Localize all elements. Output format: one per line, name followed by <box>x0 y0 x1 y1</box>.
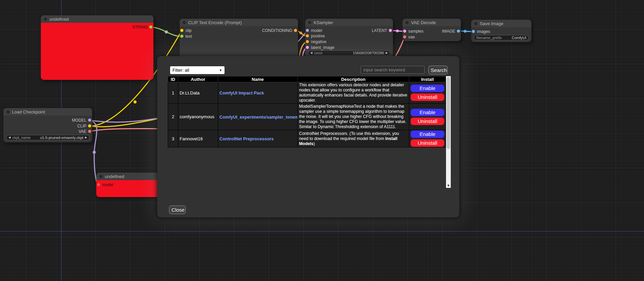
node-header[interactable]: VAE Decode <box>402 19 461 26</box>
input-slot-label: vae <box>408 35 415 39</box>
node-error-body <box>41 23 153 80</box>
description-text: ControlNet Preprocessors. (To use this e… <box>299 131 399 141</box>
close-button[interactable]: Close <box>169 206 186 214</box>
comfyui-canvas[interactable]: undefined STRING CLIP Text Encode (Promp… <box>0 0 644 281</box>
node-collapse-dot-icon[interactable] <box>44 18 47 21</box>
enable-button[interactable]: Enable <box>411 85 444 92</box>
ckpt-increment-icon[interactable]: ▶ <box>85 136 87 139</box>
uninstall-button[interactable]: Uninstall <box>411 139 444 147</box>
node-vae-decode[interactable]: VAE Decode samples IMAGE vae <box>402 19 461 41</box>
input-slot-vae-dot[interactable] <box>403 35 406 38</box>
node-collapse-dot-icon[interactable] <box>406 21 409 24</box>
filename-prefix-widget[interactable]: filename_prefix ComfyUI <box>474 35 529 40</box>
node-collapse-dot-icon[interactable] <box>99 175 102 178</box>
node-header[interactable]: CLIP Text Encode (Prompt) <box>180 19 298 26</box>
filter-dropdown[interactable]: Filter: all ▼ <box>170 66 225 74</box>
widget-label: filename_prefix <box>476 36 502 40</box>
node-header[interactable]: Load Checkpoint <box>3 108 92 116</box>
widget-label: seed <box>314 51 322 55</box>
extension-id: 2 <box>168 104 178 130</box>
uninstall-button[interactable]: Uninstall <box>411 93 444 101</box>
output-slot-label: IMAGE <box>442 29 455 34</box>
widget-value: v1-5-pruned-emaonly.ckpt <box>40 136 83 140</box>
output-slot-clip-dot[interactable] <box>88 124 91 127</box>
input-slot-label: positive <box>311 34 325 38</box>
table-row: 2 comfyanonymous ComfyUI_experiments/sam… <box>168 104 446 130</box>
output-slot-label: VAE <box>79 129 86 134</box>
extension-author: comfyanonymous <box>178 104 218 130</box>
link-dot <box>396 30 399 32</box>
extension-id: 1 <box>168 82 178 104</box>
uninstall-button[interactable]: Uninstall <box>411 118 444 125</box>
node-title: KSampler <box>314 20 333 25</box>
input-slot-negative-dot[interactable] <box>306 40 309 43</box>
extension-name-link[interactable]: ComfyUI Impact Pack <box>219 90 264 95</box>
table-scrollbar[interactable]: ▼ <box>446 76 451 188</box>
input-slot-positive-dot[interactable] <box>306 34 309 37</box>
extension-id: 3 <box>168 130 178 147</box>
node-header[interactable]: undefined <box>41 15 153 23</box>
column-header-id: ID <box>168 76 178 82</box>
scrollbar-thumb[interactable] <box>447 77 450 149</box>
input-slot-model-dot[interactable] <box>97 183 100 186</box>
node-title: VAE Decode <box>411 20 436 25</box>
enable-button[interactable]: Enable <box>411 130 444 138</box>
widget-value: ComfyUI <box>512 36 526 40</box>
node-load-checkpoint[interactable]: Load Checkpoint MODEL CLIP VAE ◀ ckpt_na… <box>3 108 92 142</box>
input-slot-text-dot[interactable] <box>180 35 183 38</box>
node-title: CLIP Text Encode (Prompt) <box>188 20 242 25</box>
ckpt-name-widget[interactable]: ◀ ckpt_name v1-5-pruned-emaonly.ckpt ▶ <box>6 135 89 140</box>
node-collapse-dot-icon[interactable] <box>6 110 10 113</box>
link-dot <box>93 151 96 154</box>
input-slot-images-dot[interactable] <box>472 30 475 33</box>
input-slot-label: latent_image <box>311 45 334 50</box>
extension-author: Fannovel16 <box>178 130 218 147</box>
node-save-image[interactable]: Save Image images filename_prefix ComfyU… <box>471 20 531 42</box>
input-slot-latent-image-dot[interactable] <box>306 46 309 49</box>
ckpt-decrement-icon[interactable]: ◀ <box>9 136 11 139</box>
scroll-down-arrow-icon[interactable]: ▼ <box>446 184 451 187</box>
extension-description: This extension offers various detector n… <box>298 82 409 104</box>
output-slot-label: LATENT <box>372 28 387 33</box>
node-title: undefined <box>105 174 124 179</box>
node-collapse-dot-icon[interactable] <box>308 21 311 24</box>
node-title: Load Checkpoint <box>12 109 45 115</box>
search-button[interactable]: Search <box>428 66 448 74</box>
node-header[interactable]: KSampler <box>305 19 393 26</box>
output-slot-label: CLIP <box>77 124 86 128</box>
output-slot-string-dot[interactable] <box>149 25 152 29</box>
node-undefined-top[interactable]: undefined STRING <box>41 15 153 80</box>
node-header[interactable]: Save Image <box>471 20 531 27</box>
seed-decrement-icon[interactable]: ◀ <box>310 52 312 54</box>
custom-nodes-manager-dialog: Filter: all ▼ Search ID Author Name Desc… <box>157 56 459 217</box>
link-dot <box>464 30 466 33</box>
output-slot-label: MODEL <box>72 118 86 123</box>
input-slot-label: negative <box>311 39 326 44</box>
description-text: ) <box>313 141 315 146</box>
extension-description: ControlNet Preprocessors. (To use this e… <box>298 130 409 147</box>
dropdown-arrow-icon: ▼ <box>219 69 222 72</box>
table-header-row: ID Author Name Description Install <box>168 76 446 82</box>
search-input[interactable] <box>361 66 425 74</box>
extension-name-link[interactable]: ControlNet Preprocessors <box>219 136 274 141</box>
output-slot-conditioning-dot[interactable] <box>294 29 297 32</box>
link-dot <box>165 31 168 34</box>
node-title: undefined <box>49 17 69 22</box>
extension-name-link[interactable]: ComfyUI_experiments/sampler_tonemap <box>219 115 298 120</box>
output-slot-image-dot[interactable] <box>457 30 460 33</box>
seed-widget[interactable]: ◀ seed 156680208700286 ▶ <box>308 50 390 56</box>
table-row: 3 Fannovel16 ControlNet Preprocessors Co… <box>168 130 446 147</box>
node-collapse-dot-icon[interactable] <box>474 22 477 25</box>
seed-increment-icon[interactable]: ▶ <box>386 52 388 54</box>
output-slot-latent-dot[interactable] <box>389 29 392 32</box>
input-slot-label: images <box>477 29 490 34</box>
extensions-table: ID Author Name Description Install 1 Dr.… <box>168 76 446 147</box>
link-dot <box>134 101 137 104</box>
extension-author: Dr.Lt.Data <box>178 82 218 104</box>
node-collapse-dot-icon[interactable] <box>183 21 186 24</box>
output-slot-label: CONDITIONING <box>262 28 292 33</box>
output-slot-vae-dot[interactable] <box>88 130 91 133</box>
enable-button[interactable]: Enable <box>411 109 444 116</box>
column-header-description: Description <box>298 76 409 82</box>
output-slot-model-dot[interactable] <box>88 119 91 122</box>
